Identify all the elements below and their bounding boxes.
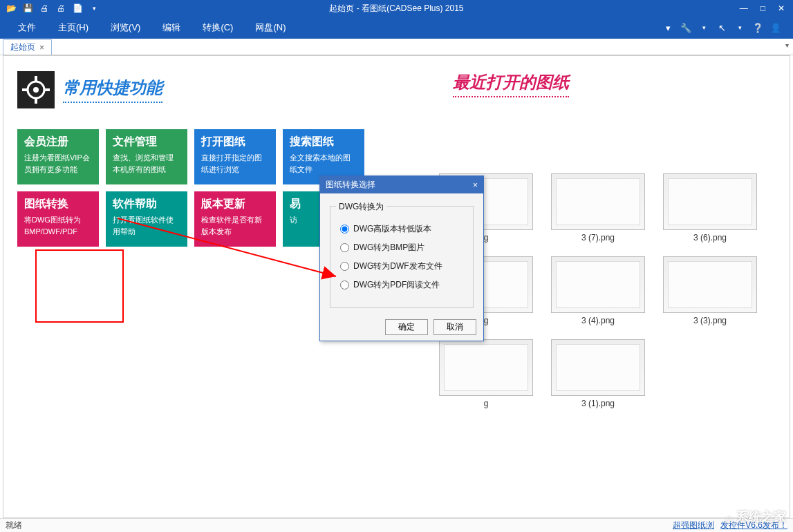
tab-start-page[interactable]: 起始页 × xyxy=(3,39,52,55)
status-link-1[interactable]: 超强图纸浏 xyxy=(673,520,714,530)
menu-netdisk[interactable]: 网盘(N) xyxy=(244,21,297,34)
tile-5[interactable]: 软件帮助打开看图纸软件使用帮助 xyxy=(106,191,187,247)
tile-4[interactable]: 图纸转换将DWG图纸转为BMP/DWF/PDF xyxy=(17,191,99,247)
export-icon[interactable]: 📄 xyxy=(72,3,83,14)
cancel-button[interactable]: 取消 xyxy=(433,319,476,335)
close-button[interactable]: ✕ xyxy=(778,3,785,13)
chevron-down-icon[interactable]: ▾ xyxy=(662,21,674,34)
thumbnail-caption: 3 (4).png xyxy=(551,316,645,325)
dialog-close-icon[interactable]: × xyxy=(473,180,478,190)
thumbnail-5[interactable]: 3 (3).png xyxy=(663,256,757,325)
option-dwg-to-bmp[interactable]: DWG转为BMP图片 xyxy=(340,242,463,254)
tile-title: 打开图纸 xyxy=(201,135,269,149)
thumbnail-image[interactable] xyxy=(439,339,533,396)
radio-dwg-to-pdf[interactable] xyxy=(340,281,349,289)
tile-title: 图纸转换 xyxy=(24,197,92,211)
tile-desc: 直接打开指定的图纸进行浏览 xyxy=(201,152,269,175)
tile-title: 搜索图纸 xyxy=(290,135,357,149)
heading-shortcuts: 常用快捷功能 xyxy=(63,77,162,103)
watermark: ⌂ 系统之家 xyxy=(725,509,786,525)
status-text: 就绪 xyxy=(6,520,22,531)
annotation-highlight xyxy=(35,249,124,323)
chevron-down-icon[interactable]: ▾ xyxy=(698,21,710,34)
option-dwg-to-pdf[interactable]: DWG转为PDF阅读文件 xyxy=(340,279,463,291)
menu-edit[interactable]: 编辑 xyxy=(151,21,192,34)
open-icon[interactable]: 📂 xyxy=(6,3,17,14)
tile-0[interactable]: 会员注册注册为看图纸VIP会员拥有更多功能 xyxy=(17,129,99,184)
radio-dwg-to-bmp[interactable] xyxy=(340,243,349,252)
tab-bar: 起始页 × ▾ xyxy=(0,39,793,55)
menu-home[interactable]: 主页(H) xyxy=(47,21,100,34)
tile-title: 会员注册 xyxy=(24,135,92,149)
print-icon[interactable]: 🖨 xyxy=(39,3,50,14)
maximize-button[interactable]: □ xyxy=(761,3,765,13)
thumbnail-caption: 3 (1).png xyxy=(551,399,645,408)
ok-button[interactable]: 确定 xyxy=(385,319,428,335)
svg-point-1 xyxy=(33,87,39,93)
thumbnail-6[interactable]: g xyxy=(439,339,533,408)
print-preview-icon[interactable]: 🖨 xyxy=(55,3,66,14)
status-bar: 就绪 超强图纸浏 发控件V6.6发布！ xyxy=(0,518,793,532)
title-bar: 📂 💾 🖨 🖨 📄 ▾ 起始页 - 看图纸(CADSee Plus) 2015 … xyxy=(0,0,793,17)
thumbnail-2[interactable]: 3 (6).png xyxy=(663,173,757,243)
menu-convert[interactable]: 转换(C) xyxy=(192,21,244,34)
menu-browse[interactable]: 浏览(V) xyxy=(100,21,151,34)
tile-desc: 打开看图纸软件使用帮助 xyxy=(113,214,180,237)
convert-dialog: 图纸转换选择 × DWG转换为 DWG高版本转低版本 DWG转为BMP图片 DW… xyxy=(319,175,484,341)
menu-bar: 文件 主页(H) 浏览(V) 编辑 转换(C) 网盘(N) ▾ 🔧 ▾ ↖ ▾ … xyxy=(0,17,793,39)
wrench-icon[interactable]: 🔧 xyxy=(680,21,692,34)
tile-desc: 注册为看图纸VIP会员拥有更多功能 xyxy=(24,152,92,175)
radio-dwg-to-dwf[interactable] xyxy=(340,262,349,271)
menu-file[interactable]: 文件 xyxy=(7,21,47,34)
user-icon[interactable]: 👤 xyxy=(769,21,782,34)
thumbnail-4[interactable]: 3 (4).png xyxy=(551,256,645,325)
thumbnail-caption: g xyxy=(439,399,533,408)
chevron-down-icon[interactable]: ▾ xyxy=(734,21,746,34)
tile-1[interactable]: 文件管理查找、浏览和管理本机所有的图纸 xyxy=(106,129,187,184)
tile-desc: 查找、浏览和管理本机所有的图纸 xyxy=(113,152,180,175)
save-icon[interactable]: 💾 xyxy=(22,3,33,14)
tab-overflow-icon[interactable]: ▾ xyxy=(785,41,789,49)
minimize-button[interactable]: — xyxy=(740,3,748,13)
heading-recent: 最近打开的图纸 xyxy=(453,71,569,97)
thumbnail-7[interactable]: 3 (1).png xyxy=(551,339,645,408)
thumbnail-image[interactable] xyxy=(663,173,757,230)
tile-title: 文件管理 xyxy=(113,135,180,149)
option-dwg-downgrade[interactable]: DWG高版本转低版本 xyxy=(340,223,463,235)
radio-dwg-downgrade[interactable] xyxy=(340,225,349,234)
tile-desc: 检查软件是否有新版本发布 xyxy=(201,214,269,237)
tile-6[interactable]: 版本更新检查软件是否有新版本发布 xyxy=(194,191,276,247)
dialog-title: 图纸转换选择 xyxy=(326,179,375,191)
thumbnail-image[interactable] xyxy=(551,339,645,396)
group-label: DWG转换为 xyxy=(336,201,386,213)
tile-title: 软件帮助 xyxy=(113,197,180,211)
tile-desc: 将DWG图纸转为BMP/DWF/PDF xyxy=(24,214,92,237)
svg-rect-3 xyxy=(35,98,37,104)
thumbnail-caption: 3 (7).png xyxy=(551,233,645,243)
thumbnail-1[interactable]: 3 (7).png xyxy=(551,173,645,243)
svg-rect-2 xyxy=(35,76,37,82)
svg-rect-5 xyxy=(44,88,50,91)
thumbnail-caption: 3 (3).png xyxy=(663,316,757,325)
app-logo xyxy=(17,71,55,108)
tile-title: 版本更新 xyxy=(201,197,269,211)
toolbar-dropdown-icon[interactable]: ▾ xyxy=(88,3,100,14)
thumbnail-image[interactable] xyxy=(551,256,645,313)
tab-close-icon[interactable]: × xyxy=(39,43,44,53)
svg-rect-4 xyxy=(22,88,28,91)
tab-label: 起始页 xyxy=(10,41,35,53)
thumbnail-caption: 3 (6).png xyxy=(663,233,757,243)
thumbnail-image[interactable] xyxy=(663,256,757,313)
help-icon[interactable]: ❔ xyxy=(752,21,764,34)
thumbnail-image[interactable] xyxy=(551,173,645,230)
tile-2[interactable]: 打开图纸直接打开指定的图纸进行浏览 xyxy=(194,129,276,184)
window-title: 起始页 - 看图纸(CADSee Plus) 2015 xyxy=(329,3,463,15)
tile-desc: 全文搜索本地的图纸文件 xyxy=(290,152,357,175)
option-dwg-to-dwf[interactable]: DWG转为DWF发布文件 xyxy=(340,260,463,272)
cursor-icon[interactable]: ↖ xyxy=(716,21,728,34)
